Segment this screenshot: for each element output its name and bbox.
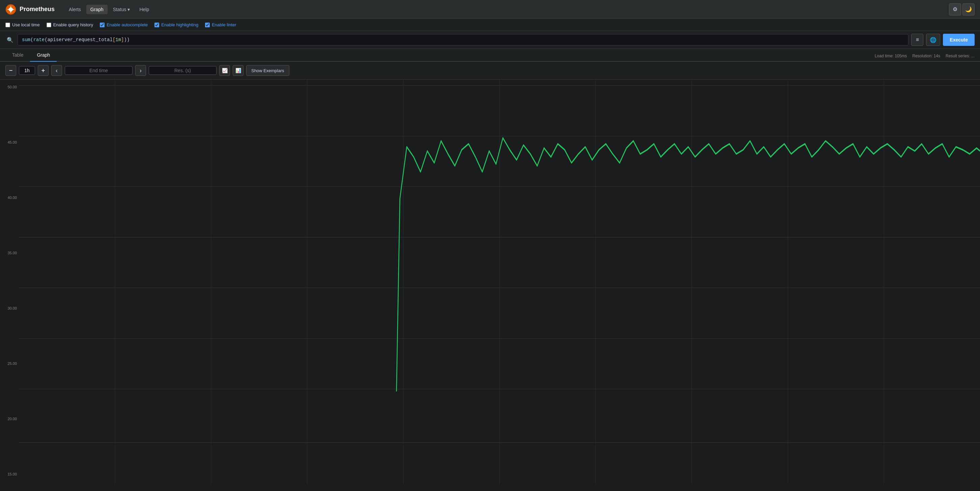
enable-highlighting-checkbox[interactable]: Enable highlighting xyxy=(154,22,198,27)
y-label-25: 25.00 xyxy=(2,362,17,365)
theme-toggle-button[interactable]: 🌙 xyxy=(963,3,975,16)
load-time: Load time: 105ms xyxy=(875,54,907,58)
nav-links: Alerts Graph Status ▾ Help xyxy=(65,5,949,14)
y-label-45: 45.00 xyxy=(2,140,17,144)
enable-autocomplete-label: Enable autocomplete xyxy=(107,22,148,27)
globe-icon: 🌐 xyxy=(930,37,937,43)
y-label-20: 20.00 xyxy=(2,417,17,421)
chart-container: 50.00 45.00 40.00 35.00 30.00 25.00 20.0… xyxy=(0,79,980,484)
tab-graph[interactable]: Graph xyxy=(30,49,57,62)
use-local-time-label: Use local time xyxy=(12,22,40,27)
svg-point-1 xyxy=(9,8,13,11)
enable-autocomplete-checkbox[interactable]: Enable autocomplete xyxy=(100,22,148,27)
chart-line xyxy=(396,138,980,391)
stacked-chart-button[interactable]: 📊 xyxy=(233,65,243,76)
stacked-chart-icon: 📊 xyxy=(235,68,241,73)
enable-query-history-label: Enable query history xyxy=(53,22,94,27)
y-label-35: 35.00 xyxy=(2,251,17,255)
query-metric: apiserver_request_total xyxy=(48,37,113,43)
next-time-button[interactable]: › xyxy=(135,65,146,76)
use-local-time-checkbox[interactable]: Use local time xyxy=(5,22,40,27)
prev-time-button[interactable]: ‹ xyxy=(51,65,62,76)
tab-table[interactable]: Table xyxy=(5,49,30,62)
tab-bar: Table Graph Load time: 105ms Resolution:… xyxy=(0,49,980,62)
list-icon: ≡ xyxy=(916,37,919,43)
enable-query-history-checkbox[interactable]: Enable query history xyxy=(46,22,94,27)
brand: Prometheus xyxy=(5,4,55,15)
execute-button[interactable]: Execute xyxy=(943,34,975,46)
query-bar: 🔍 sum(rate(apiserver_request_total[1m]))… xyxy=(0,31,980,49)
chart-svg xyxy=(19,79,980,484)
enable-highlighting-input[interactable] xyxy=(154,22,159,27)
use-local-time-input[interactable] xyxy=(5,22,10,27)
tab-info: Load time: 105ms Resolution: 14s Result … xyxy=(875,54,975,61)
line-chart-button[interactable]: 📈 xyxy=(219,65,230,76)
enable-linter-input[interactable] xyxy=(205,22,210,27)
query-display[interactable]: sum(rate(apiserver_request_total[1m])) xyxy=(18,34,908,46)
navbar-right: ⚙ 🌙 xyxy=(949,3,975,16)
query-rate: rate xyxy=(33,37,45,43)
search-icon: 🔍 xyxy=(5,35,15,44)
resolution-input[interactable] xyxy=(149,66,216,75)
metric-explorer-button[interactable]: 🌐 xyxy=(926,34,940,46)
app-title: Prometheus xyxy=(19,6,55,13)
chevron-down-icon: ▾ xyxy=(127,7,130,12)
enable-linter-label: Enable linter xyxy=(212,22,236,27)
query-sum: sum xyxy=(22,37,30,43)
settings-bar: Use local time Enable query history Enab… xyxy=(0,19,980,31)
y-label-30: 30.00 xyxy=(2,306,17,310)
settings-button[interactable]: ⚙ xyxy=(949,3,961,16)
enable-autocomplete-input[interactable] xyxy=(100,22,105,27)
moon-icon: 🌙 xyxy=(965,6,972,13)
zoom-in-button[interactable]: + xyxy=(38,65,49,76)
enable-query-history-input[interactable] xyxy=(46,22,51,27)
end-time-input[interactable] xyxy=(65,66,132,75)
nav-help[interactable]: Help xyxy=(135,5,153,14)
nav-alerts[interactable]: Alerts xyxy=(65,5,85,14)
duration-display: 1h xyxy=(19,66,35,75)
navbar: Prometheus Alerts Graph Status ▾ Help ⚙ … xyxy=(0,0,980,19)
enable-linter-checkbox[interactable]: Enable linter xyxy=(205,22,236,27)
y-label-50: 50.00 xyxy=(2,85,17,89)
show-exemplars-button[interactable]: Show Exemplars xyxy=(246,65,290,76)
result-series: Result series: ... xyxy=(946,54,975,58)
resolution: Resolution: 14s xyxy=(912,54,940,58)
line-chart-icon: 📈 xyxy=(222,68,228,73)
enable-highlighting-label: Enable highlighting xyxy=(161,22,198,27)
prometheus-logo xyxy=(5,4,16,15)
query-duration: 1m xyxy=(115,37,121,43)
zoom-out-button[interactable]: − xyxy=(5,65,16,76)
nav-status[interactable]: Status ▾ xyxy=(109,5,134,14)
graph-controls: − 1h + ‹ › 📈 📊 Show Exemplars xyxy=(0,62,980,79)
gear-icon: ⚙ xyxy=(953,6,958,13)
y-label-15: 15.00 xyxy=(2,472,17,476)
y-label-40: 40.00 xyxy=(2,195,17,200)
nav-graph[interactable]: Graph xyxy=(86,5,108,14)
y-axis: 50.00 45.00 40.00 35.00 30.00 25.00 20.0… xyxy=(0,79,19,484)
query-history-button[interactable]: ≡ xyxy=(911,34,923,46)
